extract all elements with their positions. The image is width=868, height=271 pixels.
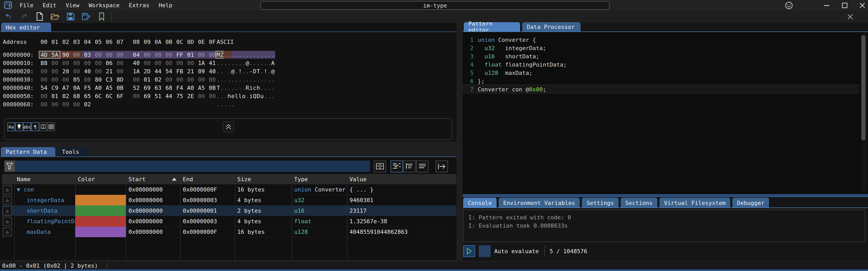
ascii-char[interactable]: . <box>271 76 275 83</box>
ascii-char[interactable]: . <box>264 52 267 58</box>
ascii-char[interactable]: e <box>231 93 235 99</box>
color-swatch[interactable] <box>75 216 126 227</box>
hex-byte[interactable]: A7 <box>62 84 69 91</box>
hex-byte[interactable]: 00 <box>95 52 102 58</box>
pattern-name[interactable]: ▼ con <box>14 184 75 195</box>
ascii-char[interactable]: . <box>227 84 231 91</box>
tab-data-processor[interactable]: Data Processor <box>522 22 581 32</box>
favorite-star-icon[interactable]: ☆ <box>3 185 12 194</box>
hex-byte[interactable]: 0B <box>117 84 124 91</box>
hex-byte[interactable]: FB <box>176 68 183 75</box>
hex-byte[interactable]: 00 <box>95 68 102 75</box>
hex-byte[interactable]: 44 <box>155 68 161 75</box>
hex-byte[interactable]: 21 <box>106 68 113 75</box>
hex-byte[interactable]: 00 <box>73 52 80 58</box>
hex-byte[interactable]: 01 <box>144 76 151 83</box>
ascii-char[interactable]: . <box>217 93 220 99</box>
hex-byte[interactable]: 20 <box>62 68 69 75</box>
highlight-button[interactable] <box>15 122 23 131</box>
hex-byte[interactable]: 01 <box>52 93 58 99</box>
hex-byte[interactable]: 00 <box>40 76 48 83</box>
hex-byte[interactable]: 1A <box>198 60 205 66</box>
hex-byte[interactable]: 00 <box>95 60 102 66</box>
hex-byte[interactable]: 00 <box>73 68 80 75</box>
redo-icon[interactable] <box>20 12 28 21</box>
tab-sections[interactable]: Sections <box>621 198 657 208</box>
undo-icon[interactable] <box>4 12 13 21</box>
evaluate-play-button[interactable] <box>463 245 475 257</box>
ascii-char[interactable]: . <box>260 60 264 66</box>
hex-byte[interactable]: 00 <box>40 68 48 75</box>
hex-byte[interactable]: 68 <box>73 93 80 99</box>
ascii-char[interactable]: A <box>271 60 275 66</box>
color-swatch[interactable] <box>75 227 126 237</box>
ascii-char[interactable]: . <box>220 76 224 83</box>
tab-list-icon[interactable] <box>847 13 854 20</box>
hex-byte[interactable]: C3 <box>106 76 113 83</box>
ascii-char[interactable]: Q <box>253 93 256 99</box>
column-header-size[interactable]: Size <box>235 174 291 184</box>
ascii-char[interactable]: . <box>264 60 267 66</box>
column-header-value[interactable]: Value <box>347 174 456 184</box>
ascii-char[interactable]: . <box>220 68 224 75</box>
hex-byte[interactable]: 00 <box>176 60 183 66</box>
tab-console[interactable]: Console <box>463 198 497 208</box>
ascii-char[interactable]: . <box>264 93 267 99</box>
tab-debugger[interactable]: Debugger <box>732 198 769 208</box>
ascii-char[interactable]: @ <box>246 60 249 66</box>
ascii-char[interactable]: . <box>238 76 242 83</box>
ascii-char[interactable]: h <box>257 84 260 91</box>
hex-byte[interactable]: 00 <box>133 93 140 99</box>
code-line-2[interactable]: 2 u32 integerData; <box>463 44 868 52</box>
hex-byte[interactable]: 00 <box>62 101 69 108</box>
ascii-char[interactable]: . <box>271 84 275 91</box>
ascii-char[interactable]: R <box>246 84 249 91</box>
ascii-char[interactable]: . <box>224 76 227 83</box>
hex-byte[interactable]: 00 <box>62 60 69 66</box>
hex-byte[interactable]: 01 <box>187 52 194 58</box>
pattern-name[interactable]: shortData <box>14 205 75 216</box>
ascii-char[interactable]: . <box>246 68 249 75</box>
hex-byte[interactable]: 04 <box>133 52 140 58</box>
hex-byte[interactable]: 00 <box>73 101 80 108</box>
ascii-char[interactable]: . <box>253 52 256 58</box>
pattern-name[interactable]: maxData <box>14 227 75 237</box>
hex-byte[interactable]: 40 <box>133 60 140 66</box>
hex-byte[interactable]: 1A <box>133 68 140 75</box>
hex-byte[interactable]: 00 <box>73 60 80 66</box>
pattern-editor-code[interactable]: 1union Converter {2 u32 integerData;3 u1… <box>463 32 868 194</box>
hex-byte[interactable]: A5 <box>198 84 205 91</box>
tab-hex-editor[interactable]: Hex editor <box>1 23 51 32</box>
hex-byte[interactable]: 0A <box>73 84 80 91</box>
editor-scrollbar[interactable] <box>862 33 867 193</box>
favorite-star-icon[interactable]: ☆ <box>3 206 12 215</box>
hex-byte[interactable]: 00 <box>52 101 58 108</box>
hex-byte[interactable]: 8D <box>117 76 124 83</box>
formatting-button[interactable]: ¶ <box>31 122 39 131</box>
expand-footer-button[interactable] <box>223 121 234 132</box>
hex-byte[interactable]: 90 <box>62 52 69 58</box>
ascii-char[interactable]: . <box>268 52 271 58</box>
hex-byte[interactable]: 40 <box>84 68 91 75</box>
ascii-char[interactable]: . <box>220 60 224 66</box>
save-as-icon[interactable] <box>82 12 90 21</box>
ascii-char[interactable]: . <box>231 76 235 83</box>
hex-byte[interactable]: 2D <box>144 68 151 75</box>
ascii-char[interactable]: . <box>246 93 249 99</box>
overlay-view-button[interactable] <box>374 161 386 172</box>
ascii-char[interactable]: l <box>238 93 242 99</box>
panel-splitter-vertical[interactable] <box>457 23 463 261</box>
ascii-char[interactable]: . <box>235 76 238 83</box>
hex-byte[interactable]: 41 <box>209 60 216 66</box>
pattern-name[interactable]: floatingPointData <box>14 216 75 227</box>
ascii-char[interactable]: . <box>242 52 245 58</box>
hex-byte[interactable]: 00 <box>187 60 194 66</box>
ascii-char[interactable]: . <box>242 84 245 91</box>
hex-byte[interactable]: 09 <box>198 68 205 75</box>
ascii-char[interactable]: - <box>249 68 253 75</box>
ascii-char[interactable]: . <box>217 76 220 83</box>
ascii-char[interactable]: . <box>268 76 271 83</box>
ascii-char[interactable]: h <box>227 93 231 99</box>
ascii-char[interactable]: Z <box>220 52 224 58</box>
ascii-char[interactable]: @ <box>231 68 235 75</box>
